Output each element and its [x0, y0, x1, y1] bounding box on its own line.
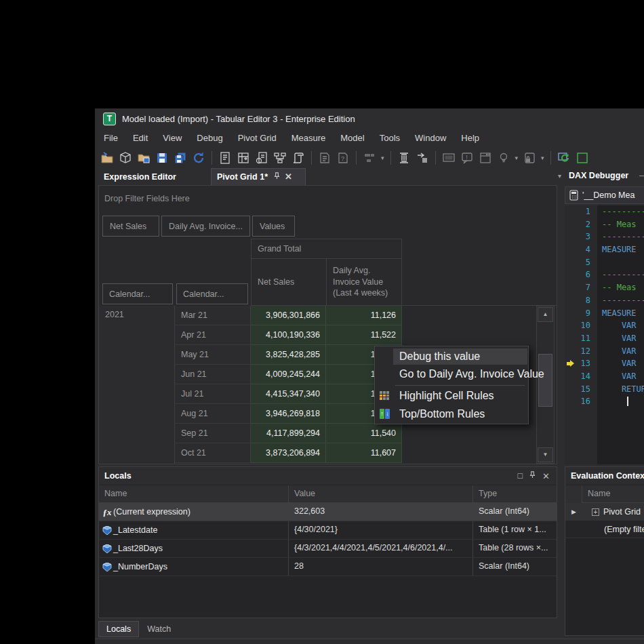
menu-debug[interactable]: Debug [189, 129, 230, 147]
new-dax-query-icon[interactable] [254, 150, 270, 166]
layout-icon[interactable] [361, 150, 378, 166]
pivot-cell-net-sales[interactable]: 4,100,190,336 [251, 325, 326, 345]
locked-script-icon[interactable] [521, 150, 538, 166]
open-file-icon[interactable] [99, 150, 115, 166]
daily-avg-column-header[interactable]: Daily Avg. Invoice Value (Last 4 weeks) [326, 258, 402, 306]
close-icon[interactable]: ✕ [285, 173, 292, 181]
code-line[interactable]: VAR [602, 319, 644, 332]
code-line[interactable]: -- Meas [602, 281, 644, 294]
notifications-icon[interactable]: ! [459, 150, 475, 166]
scroll-down-icon[interactable]: ▼ [538, 447, 553, 462]
menu-item-go-to-measure[interactable]: Go to Daily Avg. Invoice Value [376, 366, 527, 382]
menu-window[interactable]: Window [407, 129, 454, 147]
tab-expression-editor[interactable]: Expression Editor [98, 168, 212, 185]
column-header-name[interactable]: Name [582, 485, 644, 503]
title-bar[interactable]: T Model loaded (Import) - Tabular Editor… [95, 108, 644, 129]
pivot-year-cell[interactable]: 2021 [99, 306, 175, 464]
pivot-cell-daily-avg[interactable]: 11,540 [326, 424, 402, 443]
close-icon[interactable]: ✕ [542, 471, 550, 481]
dax-code-editor[interactable]: 12345678910111213141516 ------------ Mea… [565, 205, 644, 464]
tab-list-dropdown-icon[interactable]: ▾ [558, 172, 561, 180]
monitor-icon[interactable] [441, 150, 457, 166]
save-icon[interactable] [154, 150, 170, 166]
deploy-icon[interactable] [414, 150, 430, 166]
menu-item-debug-this-value[interactable]: Debug this value [393, 348, 527, 365]
pivot-row-header[interactable]: Jul 21 [175, 384, 251, 404]
menu-pivot-grid[interactable]: Pivot Grid [230, 129, 284, 147]
drop-filter-area[interactable]: Drop Filter Fields Here [104, 194, 190, 203]
menu-item-top-bottom-rules[interactable]: ↑↓ Top/Bottom Rules [376, 406, 527, 422]
tab-pivot-grid-1[interactable]: Pivot Grid 1* ✕ [211, 168, 306, 185]
row-field-calendar-2[interactable]: Calendar... [176, 283, 248, 304]
pin-icon[interactable] [529, 471, 536, 481]
code-line[interactable]: MEASURE [602, 243, 644, 256]
suggestions-dropdown-icon[interactable]: ▾ [514, 155, 520, 161]
pivot-row-header[interactable]: Mar 21 [175, 306, 251, 325]
field-daily-avg-invoice[interactable]: Daily Avg. Invoice... [161, 216, 250, 237]
scroll-up-icon[interactable]: ▲ [538, 307, 553, 322]
pivot-row-header[interactable]: Apr 21 [175, 325, 251, 345]
code-line[interactable]: RETURN [602, 383, 644, 396]
menu-item-highlight-cell-rules[interactable]: Highlight Cell Rules [376, 388, 527, 404]
menu-measure[interactable]: Measure [284, 129, 334, 147]
pivot-row-header[interactable]: Aug 21 [175, 404, 251, 424]
pivot-cell-net-sales[interactable]: 4,117,899,294 [251, 424, 326, 443]
refresh-preview-icon[interactable] [556, 150, 572, 166]
code-line[interactable]: -- Meas [602, 218, 644, 231]
refresh-model-icon[interactable] [190, 150, 207, 166]
locals-row[interactable]: _Latestdate{4/30/2021}Table (1 row × 1..… [99, 521, 557, 540]
tab-locals[interactable]: Locals [98, 621, 139, 637]
pivot-cell-daily-avg[interactable]: 11,522 [326, 325, 402, 345]
suggestions-icon[interactable] [496, 150, 512, 166]
code-line[interactable] [602, 256, 644, 269]
code-line[interactable] [602, 395, 644, 408]
layout-dropdown-icon[interactable]: ▾ [380, 155, 386, 161]
pivot-cell-net-sales[interactable]: 3,873,206,894 [251, 443, 326, 463]
code-line[interactable]: VAR [602, 332, 644, 345]
clipped-toolbar-icon[interactable] [574, 150, 590, 166]
menu-view[interactable]: View [155, 129, 189, 147]
code-line[interactable]: VAR [602, 357, 644, 370]
menu-edit[interactable]: Edit [125, 129, 155, 147]
menu-help[interactable]: Help [454, 129, 487, 147]
new-expression-icon[interactable] [217, 150, 233, 166]
new-script-icon[interactable] [290, 150, 306, 166]
save-all-icon[interactable] [172, 150, 188, 166]
best-practice-analyzer-icon[interactable] [396, 150, 412, 166]
evaluation-context-row[interactable]: (Empty filter) [565, 521, 644, 538]
column-header-value[interactable]: Value [289, 485, 473, 503]
row-field-calendar-1[interactable]: Calendar... [102, 283, 173, 304]
code-line[interactable]: ---------- [602, 205, 644, 218]
code-line[interactable]: ---------- [602, 294, 644, 307]
pivot-cell-net-sales[interactable]: 4,009,245,244 [251, 365, 326, 384]
script-document-icon[interactable] [317, 150, 333, 166]
column-header-name[interactable]: Name [99, 485, 289, 503]
import-table-icon[interactable] [136, 150, 152, 166]
menu-model[interactable]: Model [333, 129, 371, 147]
field-net-sales[interactable]: Net Sales [102, 216, 159, 237]
pivot-row-header[interactable]: May 21 [175, 345, 251, 365]
pivot-cell-daily-avg[interactable]: 11,607 [326, 443, 402, 463]
code-line[interactable]: VAR [602, 370, 644, 383]
code-line[interactable]: ---------- [602, 268, 644, 281]
debug-target-tab[interactable]: '__Demo Mea [565, 186, 644, 204]
pivot-row-header[interactable]: Oct 21 [175, 443, 251, 463]
code-line[interactable]: MEASURE [602, 307, 644, 320]
locals-row[interactable]: _NumberDays28Scalar (Int64) [99, 558, 557, 576]
code-line[interactable]: ---------- [602, 230, 644, 243]
open-model-icon[interactable] [117, 150, 134, 166]
pivot-cell-net-sales[interactable]: 3,946,269,818 [251, 404, 326, 424]
menu-tools[interactable]: Tools [372, 129, 407, 147]
float-window-icon[interactable]: □ [518, 471, 523, 481]
script-help-icon[interactable]: ? [335, 150, 351, 166]
tab-watch[interactable]: Watch [139, 621, 179, 637]
form-view-icon[interactable] [477, 150, 494, 166]
new-pivot-grid-icon[interactable] [235, 150, 251, 166]
pivot-vertical-scrollbar[interactable]: ▲ ▼ [536, 306, 555, 464]
new-diagram-icon[interactable] [272, 150, 288, 166]
grand-total-header[interactable]: Grand Total [251, 239, 402, 259]
pin-icon[interactable] [273, 172, 281, 182]
pivot-cell-net-sales[interactable]: 3,906,301,866 [251, 306, 326, 325]
pivot-cell-net-sales[interactable]: 3,825,428,285 [251, 345, 326, 365]
pivot-row-header[interactable]: Jun 21 [175, 365, 251, 384]
